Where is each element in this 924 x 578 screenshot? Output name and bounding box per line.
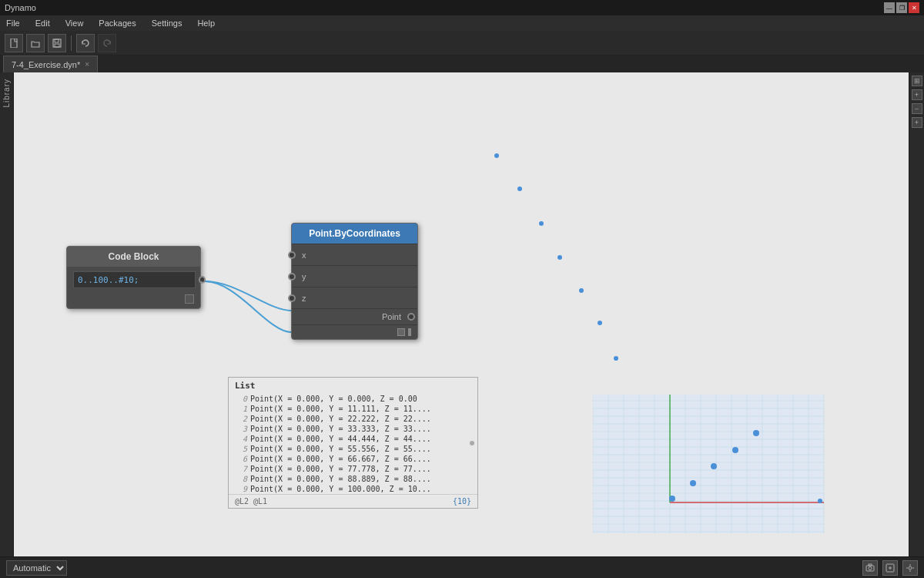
port-y-label: y xyxy=(296,272,409,281)
point-dot-6 xyxy=(598,321,602,325)
run-mode-select[interactable]: Automatic Manual xyxy=(6,560,67,576)
code-block-title: Code Block xyxy=(67,247,200,267)
restore-button[interactable]: ❐ xyxy=(896,2,907,13)
list-item: 8 Point(X = 0.000, Y = 88.889, Z = 88...… xyxy=(229,474,477,484)
list-item: 0 Point(X = 0.000, Y = 0.000, Z = 0.00 xyxy=(229,394,477,404)
point-node-output-row: Point xyxy=(292,308,417,324)
list-index-2: 2 xyxy=(229,415,250,423)
canvas[interactable]: Code Block > Point.ByCoordinates x xyxy=(14,72,909,556)
point-dot-5 xyxy=(579,288,584,293)
minimize-button[interactable]: — xyxy=(884,2,895,13)
port-row-y: y xyxy=(292,265,417,287)
list-index-9: 9 xyxy=(229,485,250,493)
settings-icon[interactable] xyxy=(902,560,918,576)
footer-icon-2[interactable] xyxy=(408,328,411,336)
list-index-6: 6 xyxy=(229,455,250,463)
svg-rect-4 xyxy=(593,395,824,533)
undo-button[interactable] xyxy=(76,34,95,52)
list-value-1: Point(X = 0.000, Y = 11.111, Z = 11.... xyxy=(250,405,431,413)
list-count: {10} xyxy=(453,497,471,506)
point-dot-4 xyxy=(557,255,562,260)
menu-bar: File Edit View Packages Settings Help xyxy=(0,15,924,31)
redo-button[interactable] xyxy=(98,34,116,52)
main-area: Library Code Block > xyxy=(0,72,924,556)
open-button[interactable] xyxy=(26,34,45,52)
list-level-label: @L2 @L1 xyxy=(235,497,267,506)
menu-settings[interactable]: Settings xyxy=(149,17,186,29)
list-item: 7 Point(X = 0.000, Y = 77.778, Z = 77...… xyxy=(229,464,477,474)
port-x-label: x xyxy=(296,250,409,260)
code-block-checkbox[interactable] xyxy=(185,294,194,304)
list-header: List xyxy=(229,378,477,394)
point-dot-3 xyxy=(539,221,544,226)
svg-point-42 xyxy=(690,480,696,486)
list-item: 4 Point(X = 0.000, Y = 44.444, Z = 44...… xyxy=(229,434,477,444)
tab-exercise[interactable]: 7-4_Exercise.dyn* × xyxy=(3,55,98,72)
list-index-4: 4 xyxy=(229,435,250,443)
close-button[interactable]: ✕ xyxy=(909,2,919,13)
list-index-5: 5 xyxy=(229,445,250,453)
title-bar: Dynamo — ❐ ✕ xyxy=(0,0,924,15)
toolbar-separator xyxy=(71,35,72,51)
list-item: 9 Point(X = 0.000, Y = 100.000, Z = 10..… xyxy=(229,484,477,494)
zoom-in-button[interactable]: + xyxy=(912,89,922,100)
point-dot-1 xyxy=(494,153,499,158)
svg-point-53 xyxy=(909,566,912,570)
toolbar xyxy=(0,31,924,55)
footer-icon-1[interactable] xyxy=(397,328,405,336)
viewport-svg xyxy=(593,333,886,533)
output-arrow: > xyxy=(200,279,204,287)
port-row-x: x xyxy=(292,244,417,265)
tab-close-button[interactable]: × xyxy=(85,60,89,69)
new-button[interactable] xyxy=(5,34,23,52)
svg-point-45 xyxy=(753,430,759,436)
code-block-input[interactable] xyxy=(73,271,196,288)
port-z-input[interactable] xyxy=(288,294,296,302)
point-by-coordinates-node[interactable]: Point.ByCoordinates x y xyxy=(291,223,418,340)
zoom-out-button[interactable]: − xyxy=(912,103,922,114)
menu-view[interactable]: View xyxy=(62,17,87,29)
svg-point-44 xyxy=(732,447,738,453)
right-panel: ⊞ + − + xyxy=(909,72,924,556)
camera-icon[interactable] xyxy=(862,560,878,576)
scroll-indicator xyxy=(470,441,474,445)
render-icon[interactable] xyxy=(882,560,898,576)
point-dot-2 xyxy=(517,187,522,191)
list-value-6: Point(X = 0.000, Y = 66.667, Z = 66.... xyxy=(250,455,431,463)
point-out-port[interactable] xyxy=(407,313,415,321)
code-block-output-port[interactable]: > xyxy=(199,276,206,284)
list-index-0: 0 xyxy=(229,395,250,403)
menu-packages[interactable]: Packages xyxy=(95,17,139,29)
svg-point-48 xyxy=(869,566,872,570)
sidebar: Library xyxy=(0,72,14,556)
code-block-body: > xyxy=(67,267,200,293)
list-value-5: Point(X = 0.000, Y = 55.556, Z = 55.... xyxy=(250,445,431,453)
code-block-footer xyxy=(67,293,200,308)
list-value-0: Point(X = 0.000, Y = 0.000, Z = 0.00 xyxy=(250,395,417,403)
svg-point-46 xyxy=(818,499,822,503)
list-item: 3 Point(X = 0.000, Y = 33.333, Z = 33...… xyxy=(229,424,477,434)
port-x-input[interactable] xyxy=(288,251,296,259)
list-value-8: Point(X = 0.000, Y = 88.889, Z = 88.... xyxy=(250,475,431,483)
list-item: 1 Point(X = 0.000, Y = 11.111, Z = 11...… xyxy=(229,404,477,414)
code-block-node[interactable]: Code Block > xyxy=(66,246,201,309)
menu-file[interactable]: File xyxy=(3,17,23,29)
more-options-button[interactable]: + xyxy=(912,117,922,128)
point-node-footer xyxy=(292,324,417,339)
menu-help[interactable]: Help xyxy=(194,17,218,29)
list-value-3: Point(X = 0.000, Y = 33.333, Z = 33.... xyxy=(250,425,431,433)
list-index-8: 8 xyxy=(229,475,250,483)
list-index-7: 7 xyxy=(229,465,250,473)
port-row-z: z xyxy=(292,287,417,308)
list-item: 5 Point(X = 0.000, Y = 55.556, Z = 55...… xyxy=(229,444,477,454)
point-node-title: Point.ByCoordinates xyxy=(292,223,417,244)
list-index-1: 1 xyxy=(229,405,250,413)
3d-viewport xyxy=(593,333,886,533)
list-item: 6 Point(X = 0.000, Y = 66.667, Z = 66...… xyxy=(229,454,477,464)
fit-to-screen-button[interactable]: ⊞ xyxy=(912,76,922,86)
save-button[interactable] xyxy=(48,34,66,52)
list-item: 2 Point(X = 0.000, Y = 22.222, Z = 22...… xyxy=(229,414,477,424)
menu-edit[interactable]: Edit xyxy=(32,17,53,29)
status-bar: Automatic Manual xyxy=(0,556,924,578)
port-y-input[interactable] xyxy=(288,273,296,281)
